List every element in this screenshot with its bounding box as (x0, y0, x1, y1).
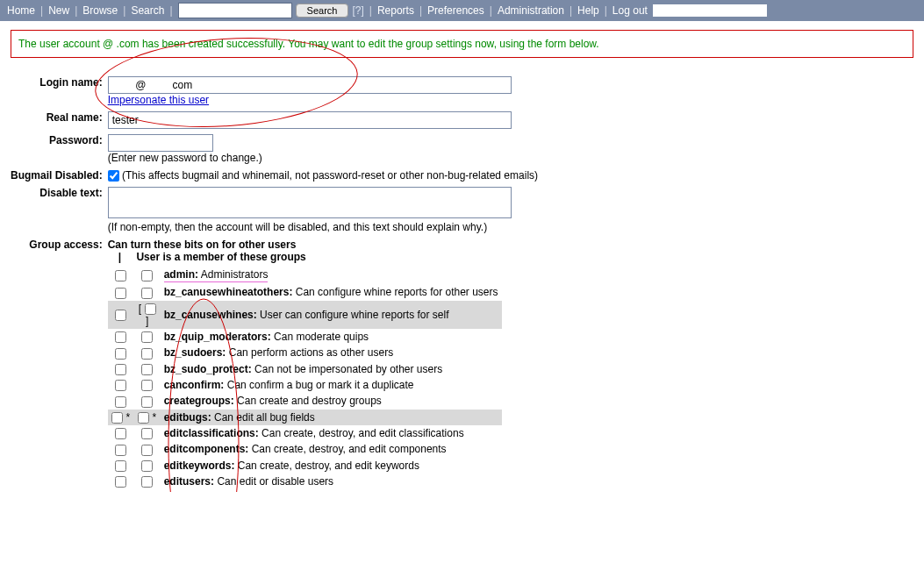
password-hint: (Enter new password to change.) (108, 152, 262, 164)
group-member-checkbox[interactable] (141, 348, 153, 360)
group-row-bz_sudo_protect: bz_sudo_protect: Can not be impersonated… (108, 361, 502, 377)
group-row-editusers: editusers: Can edit or disable users (108, 474, 502, 489)
group-member-checkbox[interactable] (141, 428, 153, 439)
group-bless-checkbox[interactable] (115, 288, 126, 299)
label-login: Login name: (11, 74, 108, 109)
edit-user-form: Login name: Impersonate this user Real n… (11, 74, 538, 492)
group-member-checkbox[interactable] (141, 396, 153, 408)
current-user-blanked (653, 4, 767, 17)
group-label: bz_sudoers: Can perform actions as other… (161, 345, 502, 360)
group-bless-checkbox[interactable] (115, 380, 126, 391)
group-member-checkbox[interactable] (141, 331, 153, 343)
nav-search-link[interactable]: Search (131, 4, 164, 17)
nav-preferences[interactable]: Preferences (427, 4, 484, 17)
group-header-member: User is a member of these groups (136, 251, 305, 263)
group-header-turn-on: Can turn these bits on for other users (108, 239, 297, 251)
bugmail-hint: (This affects bugmail and whinemail, not… (122, 169, 538, 182)
group-member-checkbox[interactable] (138, 412, 149, 424)
group-bless-checkbox[interactable] (115, 396, 126, 408)
nav-administration[interactable]: Administration (498, 4, 564, 17)
group-bless-checkbox[interactable] (115, 476, 126, 488)
group-member-checkbox[interactable] (141, 380, 153, 391)
nav-browse[interactable]: Browse (82, 4, 118, 17)
impersonate-link[interactable]: Impersonate this user (108, 94, 209, 106)
top-nav: Home New Browse Search Search [?] Report… (0, 0, 924, 21)
realname-input[interactable] (108, 111, 512, 129)
group-bless-checkbox[interactable] (115, 364, 126, 375)
group-member-checkbox[interactable] (141, 476, 153, 488)
group-label: canconfirm: Can confirm a bug or mark it… (161, 377, 502, 393)
group-bless-checkbox[interactable] (115, 460, 126, 472)
quicksearch-help[interactable]: [?] (352, 4, 363, 17)
group-row-creategroups: creategroups: Can create and destroy gro… (108, 393, 502, 409)
group-label: bz_canusewhines: User can configure whin… (161, 301, 502, 329)
group-row-bz_quip_moderators: bz_quip_moderators: Can moderate quips (108, 329, 502, 345)
label-bugmail: Bugmail Disabled: (11, 167, 108, 184)
label-disable-text: Disable text: (11, 184, 108, 236)
group-row-bz_canusewhines: [ ]bz_canusewhines: User can configure w… (108, 301, 502, 329)
disable-text-input[interactable] (108, 187, 512, 218)
group-bless-checkbox[interactable] (115, 331, 126, 343)
group-bless-checkbox[interactable] (115, 445, 126, 456)
group-label: editusers: Can edit or disable users (161, 474, 502, 489)
group-row-bz_sudoers: bz_sudoers: Can perform actions as other… (108, 345, 502, 360)
group-row-editcomponents: editcomponents: Can create, destroy, and… (108, 441, 502, 457)
group-row-canconfirm: canconfirm: Can confirm a bug or mark it… (108, 377, 502, 393)
group-label: bz_quip_moderators: Can moderate quips (161, 329, 502, 345)
label-realname: Real name: (11, 109, 108, 132)
group-header-pipe: | (118, 251, 121, 263)
group-label: editbugs: Can edit all bug fields (161, 410, 502, 425)
nav-logout[interactable]: Log out (612, 4, 648, 17)
group-member-checkbox[interactable] (145, 303, 156, 315)
nav-reports[interactable]: Reports (377, 4, 414, 17)
group-label: bz_canusewhineatothers: Can configure wh… (161, 284, 502, 300)
group-row-admin: admin: Administrators (108, 267, 502, 284)
nav-new[interactable]: New (48, 4, 69, 17)
group-member-checkbox[interactable] (141, 288, 153, 299)
group-member-checkbox[interactable] (141, 460, 153, 472)
group-bless-checkbox[interactable] (115, 348, 126, 360)
group-bless-checkbox[interactable] (115, 270, 126, 281)
group-label: bz_sudo_protect: Can not be impersonated… (161, 361, 502, 377)
quicksearch-input[interactable] (178, 3, 292, 18)
nav-help[interactable]: Help (577, 4, 599, 17)
group-bless-checkbox[interactable] (115, 428, 126, 439)
group-table: admin: Administratorsbz_canusewhineatoth… (108, 267, 502, 489)
password-input[interactable] (108, 134, 213, 152)
bugmail-disabled-checkbox[interactable] (108, 170, 119, 182)
group-row-editbugs: * *editbugs: Can edit all bug fields (108, 410, 502, 425)
group-row-bz_canusewhineatothers: bz_canusewhineatothers: Can configure wh… (108, 284, 502, 300)
disable-text-hint: (If non-empty, then the account will be … (108, 221, 487, 233)
nav-home[interactable]: Home (7, 4, 35, 17)
label-group-access: Group access: (11, 236, 108, 492)
group-member-checkbox[interactable] (141, 364, 153, 375)
group-label: editkeywords: Can create, destroy, and e… (161, 458, 502, 474)
group-row-editkeywords: editkeywords: Can create, destroy, and e… (108, 458, 502, 474)
group-label: editclassifications: Can create, destroy… (161, 425, 502, 441)
group-member-checkbox[interactable] (141, 445, 153, 456)
label-password: Password: (11, 132, 108, 167)
group-row-editclassifications: editclassifications: Can create, destroy… (108, 425, 502, 441)
search-button[interactable]: Search (296, 4, 349, 18)
group-member-checkbox[interactable] (141, 270, 153, 281)
group-bless-checkbox[interactable] (115, 310, 126, 321)
login-input[interactable] (108, 76, 512, 94)
group-bless-checkbox[interactable] (111, 412, 123, 424)
group-label: editcomponents: Can create, destroy, and… (161, 441, 502, 457)
success-message: The user account @ .com has been created… (11, 30, 913, 58)
group-label: creategroups: Can create and destroy gro… (161, 393, 502, 409)
group-label: admin: Administrators (161, 267, 502, 284)
